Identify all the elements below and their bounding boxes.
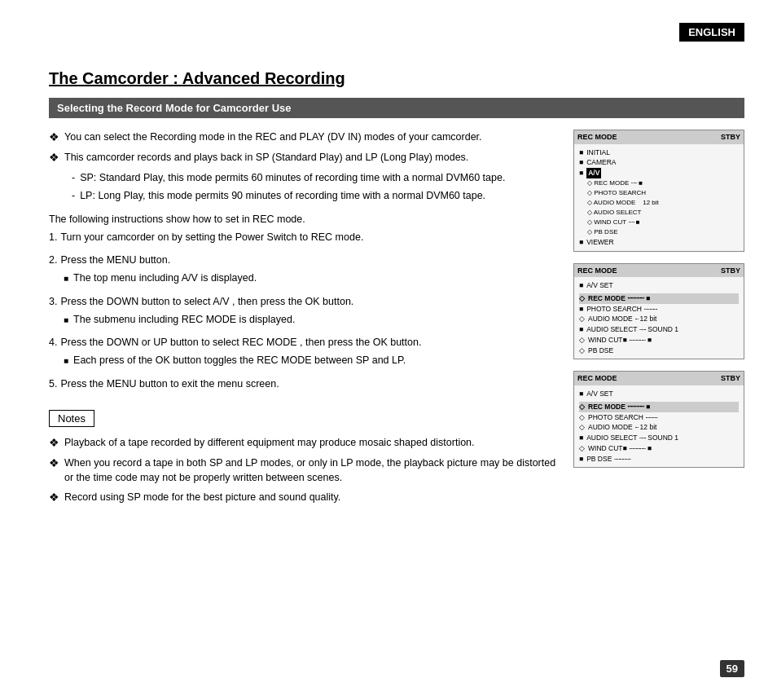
notes-bullet-symbol-1: ❖ xyxy=(49,434,59,451)
notes-bullet-1: ❖ Playback of a tape recorded by differe… xyxy=(49,435,557,451)
dash-symbol-1: - xyxy=(72,170,75,186)
menu-s2-pd-icon: ◇ xyxy=(579,346,585,356)
menu-screen-2: REC MODE STBY ■ A/V SET ◇ REC MODE ·····… xyxy=(573,263,744,360)
menu-item-av-icon: ■ xyxy=(579,168,583,178)
intro-bullet-2: ❖ This camcorder records and plays back … xyxy=(49,150,557,166)
menu-sub-wind-cut: ◇ WIND CUT ······ ■ xyxy=(587,218,739,227)
menu-s2-wc-label: WIND CUT■ ··············· ■ xyxy=(588,335,652,346)
menu-screen-2-av-set: ■ A/V SET xyxy=(579,280,739,291)
menu-s3-wc-icon: ◇ xyxy=(579,443,585,454)
menu-screen-2-av-label: A/V SET xyxy=(586,280,613,291)
menu-screen-1-header: REC MODE STBY xyxy=(574,130,744,144)
intro-bullet-2-text: This camcorder records and plays back in… xyxy=(64,150,468,166)
menu-screen-2-audio-select: ■ AUDIO SELECT ······ SOUND 1 xyxy=(579,324,739,335)
menu-screen-3-header: REC MODE STBY xyxy=(574,372,744,385)
menu-s3-ps-icon: ◇ xyxy=(579,412,585,423)
page: ENGLISH The Camcorder : Advanced Recordi… xyxy=(0,0,777,700)
menu-screen-2-pb-dse: ◇ PB DSE xyxy=(579,346,739,356)
menu-screen-3-wind-cut: ◇ WIND CUT■ ··············· ■ xyxy=(579,443,739,454)
menu-screen-2-wind-cut: ◇ WIND CUT■ ··············· ■ xyxy=(579,335,739,346)
step-4: 4. Press the DOWN or UP button to select… xyxy=(49,335,557,368)
english-badge: ENGLISH xyxy=(679,23,744,42)
menu-screen-2-photo-search: ■ PHOTO SEARCH ············ xyxy=(579,304,739,315)
menu-s3-pd-icon: ■ xyxy=(579,454,583,464)
menu-screen-3-title: REC MODE xyxy=(577,373,617,384)
menu-screen-3-av-label: A/V SET xyxy=(586,389,613,399)
menu-s2-am-label: AUDIO MODE ··· 12 bit xyxy=(588,314,656,324)
dash-item-1: - SP: Standard Play, this mode permits 6… xyxy=(72,170,557,186)
menu-screen-3-pb-dse: ■ PB DSE ··············· xyxy=(579,454,739,464)
step-2: 2. Press the MENU button. ■ The top menu… xyxy=(49,253,557,286)
menu-screen-2-rec-mode-label: REC MODE ··············· ■ xyxy=(588,293,650,304)
notes-bullet-symbol-3: ❖ xyxy=(49,489,59,506)
intro-bullet-1-text: You can select the Recording mode in the… xyxy=(64,130,482,146)
menu-screen-2-title: REC MODE xyxy=(577,266,617,276)
step-4-text: Press the DOWN or UP button to select RE… xyxy=(60,335,421,350)
menu-screen-2-audio-mode: ◇ AUDIO MODE ··· 12 bit xyxy=(579,314,739,324)
notes-bullet-3-text: Record using SP mode for the best pictur… xyxy=(64,490,340,506)
notes-bullet-2: ❖ When you record a tape in both SP and … xyxy=(49,456,557,486)
intro-bullet-1: ❖ You can select the Recording mode in t… xyxy=(49,130,557,146)
menu-item-viewer-icon: ■ xyxy=(579,237,583,248)
step-2-number: 2. xyxy=(49,253,57,268)
menu-item-av: ■ A/V xyxy=(579,168,739,178)
dash-symbol-2: - xyxy=(72,188,75,204)
menu-item-camera-label: CAMERA xyxy=(586,157,616,168)
step-1-text: Turn your camcorder on by setting the Po… xyxy=(60,230,363,245)
menu-screen-3-rec-mode: ◇ REC MODE ··············· ■ xyxy=(579,402,739,412)
menu-s2-am-icon: ◇ xyxy=(579,314,585,324)
right-column: REC MODE STBY ■ INITIAL ■ CAMERA ■ A/V ◇… xyxy=(573,130,744,510)
menu-item-av-label: A/V xyxy=(586,168,601,178)
menu-s2-wc-icon: ◇ xyxy=(579,335,585,346)
notes-bullet-1-text: Playback of a tape recorded by different… xyxy=(64,435,475,451)
step-4-sub: Each press of the OK button toggles the … xyxy=(73,353,406,368)
step-5-number: 5. xyxy=(49,376,57,392)
instruction-para: The following instructions show how to s… xyxy=(49,214,557,225)
step-2-bullet: ■ xyxy=(64,272,68,286)
notes-bullet-3: ❖ Record using SP mode for the best pict… xyxy=(49,490,557,506)
menu-item-camera-icon: ■ xyxy=(579,157,583,168)
menu-screen-2-rec-mode: ◇ REC MODE ··············· ■ xyxy=(579,293,739,304)
step-3-sub: The submenu including REC MODE is displa… xyxy=(73,312,295,328)
menu-item-initial: ■ INITIAL xyxy=(579,147,739,158)
menu-screen-1-title: REC MODE xyxy=(577,132,617,143)
notes-section: Notes ❖ Playback of a tape recorded by d… xyxy=(49,410,557,507)
step-3-bullet: ■ xyxy=(64,314,68,328)
menu-screen-3-rec-mode-label: REC MODE ··············· ■ xyxy=(588,402,650,412)
step-2-text: Press the MENU button. xyxy=(60,253,170,268)
section-header: Selecting the Record Mode for Camcorder … xyxy=(49,98,744,118)
bullet-symbol: ❖ xyxy=(49,129,59,146)
menu-sub-audio-select: ◇ AUDIO SELECT xyxy=(587,208,739,218)
menu-screen-2-status: STBY xyxy=(721,266,740,276)
notes-bullet-symbol-2: ❖ xyxy=(49,455,59,486)
page-number: 59 xyxy=(720,660,744,677)
left-column: ❖ You can select the Recording mode in t… xyxy=(49,130,557,510)
step-4-bullet: ■ xyxy=(64,354,68,368)
step-4-number: 4. xyxy=(49,335,57,350)
menu-s3-pd-label: PB DSE ··············· xyxy=(586,454,630,464)
menu-s3-am-label: AUDIO MODE ··· 12 bit xyxy=(588,422,656,433)
step-3-number: 3. xyxy=(49,294,57,310)
dash-item-2: - LP: Long Play, this mode permits 90 mi… xyxy=(72,188,557,204)
menu-item-initial-icon: ■ xyxy=(579,147,583,158)
menu-sub-rec-mode: ◇ REC MODE ······ ■ xyxy=(587,178,739,188)
menu-s3-as-label: AUDIO SELECT ······ SOUND 1 xyxy=(586,433,678,443)
dash-item-2-text: LP: Long Play, this mode permits 90 minu… xyxy=(80,188,485,204)
menu-screen-3: REC MODE STBY ■ A/V SET ◇ REC MODE ·····… xyxy=(573,371,744,468)
menu-screen-1-status: STBY xyxy=(721,132,740,143)
menu-item-initial-label: INITIAL xyxy=(586,147,610,158)
menu-screen-3-audio-select: ■ AUDIO SELECT ······ SOUND 1 xyxy=(579,433,739,443)
menu-screen-3-audio-mode: ◇ AUDIO MODE ··· 12 bit xyxy=(579,422,739,433)
step-5: 5. Press the MENU button to exit the men… xyxy=(49,376,557,392)
notes-box-label: Notes xyxy=(49,410,94,427)
menu-screen-3-av-icon: ■ xyxy=(579,389,583,399)
menu-s3-ps-label: PHOTO SEARCH ··········· xyxy=(588,412,657,423)
dash-item-1-text: SP: Standard Play, this mode permits 60 … xyxy=(80,170,505,186)
step-1: 1. Turn your camcorder on by setting the… xyxy=(49,230,557,245)
menu-s2-as-icon: ■ xyxy=(579,324,583,335)
menu-screen-3-rec-mode-icon: ◇ xyxy=(579,402,585,412)
menu-s2-ps-icon: ■ xyxy=(579,304,583,315)
menu-sub-photo-search: ◇ PHOTO SEARCH xyxy=(587,188,739,198)
menu-s3-wc-label: WIND CUT■ ··············· ■ xyxy=(588,443,652,454)
menu-screen-3-av-set: ■ A/V SET xyxy=(579,389,739,399)
